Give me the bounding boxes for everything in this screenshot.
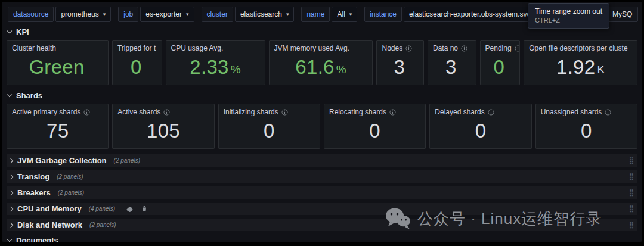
chevron-down-icon: ▾: [349, 11, 352, 17]
panel-title[interactable]: Data no: [428, 41, 476, 52]
panel-title[interactable]: Pending: [481, 41, 520, 52]
filter-cluster-select[interactable]: elasticsearch ▾: [235, 7, 295, 22]
row-actions: [126, 205, 148, 213]
panel-title-text: Unassigned shards: [541, 108, 602, 116]
tooltip-shortcut: CTRL+Z: [535, 17, 602, 24]
info-icon[interactable]: [281, 109, 288, 116]
panel-title[interactable]: JVM memory used Avg.: [270, 41, 373, 52]
panel-title[interactable]: Cluster health: [7, 41, 108, 52]
panel-title[interactable]: Open file descriptors per cluste: [524, 41, 637, 52]
row-header-shards[interactable]: Shards: [8, 91, 637, 101]
info-icon[interactable]: [605, 109, 611, 116]
row-title: Breakers: [17, 188, 51, 197]
row-panel-count: (2 panels): [114, 157, 140, 164]
chevron-right-icon: [8, 158, 13, 163]
row-panel-count: (2 panels): [58, 189, 84, 196]
panel-title[interactable]: Unassigned shards: [536, 104, 637, 116]
row-title: Disk and Network: [17, 220, 82, 229]
chevron-right-icon: [8, 190, 13, 195]
info-icon[interactable]: [488, 109, 494, 116]
filter-name-value: All: [337, 10, 345, 18]
panel-title-text: Nodes: [382, 44, 402, 52]
dashboard-topbar: datasource prometheus ▾ job es-exporter …: [2, 2, 642, 26]
stat-value: 61.6%: [270, 52, 373, 85]
drag-handle-icon[interactable]: ⣿: [629, 205, 634, 213]
panel-title[interactable]: CPU usage Avg.: [166, 41, 265, 52]
drag-handle-icon[interactable]: ⣿: [629, 173, 634, 180]
stat-value: 0: [219, 116, 320, 148]
panel-active-shards: Active shards 105: [112, 104, 214, 149]
trash-icon[interactable]: [141, 205, 148, 213]
panel-title[interactable]: Active primary shards: [7, 104, 108, 116]
panel-title[interactable]: Delayed shards: [430, 104, 531, 116]
panel-open-file-descriptors: Open file descriptors per cluste 1.92K: [524, 40, 637, 85]
shards-panels-row: Active primary shards 75 Active shards 1…: [2, 104, 642, 149]
chevron-right-icon: [8, 174, 13, 179]
row-title: CPU and Memory: [17, 204, 82, 213]
info-icon[interactable]: [515, 45, 520, 52]
row-title: Translog: [17, 172, 49, 181]
info-icon[interactable]: [83, 109, 90, 116]
gear-icon[interactable]: [126, 205, 134, 213]
row-cpu-and-memory[interactable]: CPU and Memory (4 panels) ⣿: [7, 203, 637, 215]
row-breakers[interactable]: Breakers (2 panels) ⣿: [7, 186, 637, 199]
panel-title-text: Data no: [433, 44, 458, 52]
filter-instance-label: instance: [364, 7, 402, 22]
info-icon[interactable]: [461, 45, 467, 52]
filter-datasource-select[interactable]: prometheus ▾: [55, 7, 111, 22]
panel-active-primary-shards: Active primary shards 75: [7, 104, 109, 149]
panel-title-text: Active shards: [117, 108, 160, 116]
chevron-down-icon: ▾: [103, 11, 106, 17]
panel-title[interactable]: Relocating shards: [324, 104, 425, 116]
row-translog[interactable]: Translog (2 panels) ⣿: [7, 170, 637, 183]
row-jvm-garbage-collection[interactable]: JVM Garbage Collection (2 panels) ⣿: [7, 154, 637, 167]
drag-handle-icon[interactable]: ⣿: [629, 157, 634, 164]
panel-pending-tasks: Pending 0: [480, 40, 521, 85]
panel-nodes: Nodes 3: [376, 40, 424, 85]
info-icon[interactable]: [163, 109, 170, 116]
panel-relocating-shards: Relocating shards 0: [324, 104, 426, 149]
panel-data-nodes: Data no 3: [428, 40, 476, 85]
panel-title-text: Pending: [485, 44, 512, 52]
stat-value: 105: [113, 116, 213, 148]
row-title-kpi: KPI: [16, 27, 29, 36]
filter-datasource-value: prometheus: [61, 10, 98, 18]
info-icon[interactable]: [389, 109, 396, 116]
panel-title-text: Relocating shards: [329, 108, 386, 116]
kpi-panels-row: Cluster health Green Tripped for t 0 CPU…: [2, 40, 642, 85]
chevron-down-icon: [7, 29, 12, 33]
row-title: JVM Garbage Collection: [17, 156, 107, 165]
chevron-down-icon: [7, 237, 12, 242]
row-header-documents[interactable]: Documents: [8, 235, 637, 242]
grafana-dashboard: datasource prometheus ▾ job es-exporter …: [2, 2, 642, 242]
stat-value: 2.33%: [166, 52, 265, 85]
chevron-down-icon: [7, 92, 12, 97]
row-title-documents: Documents: [16, 236, 58, 242]
chevron-right-icon: [8, 206, 13, 211]
chevron-down-icon: ▾: [186, 11, 189, 17]
filter-job-value: es-exporter: [145, 10, 182, 18]
info-icon[interactable]: [405, 45, 412, 52]
panel-jvm-memory-used-avg: JVM memory used Avg. 61.6%: [269, 40, 373, 85]
panel-cpu-usage-avg: CPU usage Avg. 2.33%: [166, 40, 265, 85]
panel-title[interactable]: Nodes: [377, 41, 423, 52]
filter-job-label: job: [118, 7, 138, 22]
filter-job-select[interactable]: es-exporter ▾: [140, 7, 194, 22]
panel-title[interactable]: Tripped for t: [113, 41, 162, 52]
panel-unassigned-shards: Unassigned shards 0: [535, 104, 637, 149]
panel-title-text: Cluster health: [12, 44, 56, 52]
stat-value: 75: [7, 116, 108, 148]
panel-title[interactable]: Active shards: [113, 104, 213, 116]
panel-title-text: Delayed shards: [435, 108, 484, 116]
drag-handle-icon[interactable]: ⣿: [629, 189, 634, 197]
panel-cluster-health: Cluster health Green: [7, 40, 109, 85]
drag-handle-icon[interactable]: ⣿: [629, 221, 634, 229]
row-panel-count: (4 panels): [89, 205, 115, 212]
link-mysql-label: MySQ: [612, 10, 632, 18]
filter-name-label: name: [301, 7, 330, 22]
row-disk-and-network[interactable]: Disk and Network (2 panels) ⣿: [7, 219, 637, 231]
filter-name-select[interactable]: All ▾: [332, 7, 357, 22]
panel-title[interactable]: Initializing shards: [219, 104, 320, 116]
stat-value: 1.92K: [524, 52, 637, 85]
filter-cluster: cluster elasticsearch ▾: [202, 7, 295, 22]
